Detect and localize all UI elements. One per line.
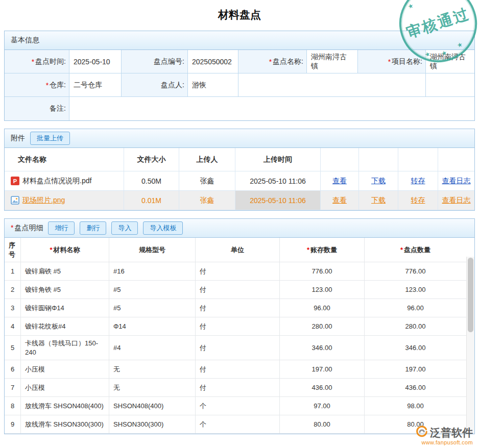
material-name-cell: 放线滑车 SHSON408(400) [21,397,109,415]
transfer-link[interactable]: 转存 [411,177,425,186]
unit-cell: 付 [196,262,280,281]
action-cell: 下载 [359,191,398,210]
count-qty-cell: 80.00 [365,415,466,434]
required-marker: * [46,81,49,89]
seq-cell: 7 [5,379,21,397]
column-header-empty [438,148,474,171]
stock-qty-cell: 197.00 [280,360,365,379]
spec-cell: SHSON300(300) [109,415,196,434]
action-cell: 转存 [398,171,438,191]
column-header-seq: 序号 [5,238,21,262]
attachments-header: 附件 批量上传 [5,129,474,148]
stock-qty-cell: 436.00 [280,379,365,397]
field-value-project-name: 湖州南浔古镇 [426,50,474,73]
column-header-file-name: 文件名称 [5,148,124,171]
basic-info-header: 基本信息 [5,31,474,50]
attachments-section: 附件 批量上传 文件名称 文件大小 上传人 上传时间 材料盘点情况说明.pdf … [4,129,475,211]
field-value-check-time: 2025-05-10 [69,50,122,73]
spec-cell: #4 [109,336,196,360]
action-cell: 转存 [398,191,438,210]
field-value-warehouse: 二号仓库 [69,73,122,97]
count-qty-cell: 280.00 [365,317,466,336]
import-button[interactable]: 导入 [111,221,138,235]
field-label-check-time: *盘点时间: [5,50,69,73]
required-marker: * [388,58,391,66]
attachments-table: 文件名称 文件大小 上传人 上传时间 材料盘点情况说明.pdf 0.50M 张鑫… [5,148,474,210]
transfer-link[interactable]: 转存 [411,196,425,205]
detail-table-wrap: 序号 *材料名称 规格型号 单位 *账存数量 *盘点数量 1 镀锌扁铁 #5 #… [5,238,474,434]
unit-cell: 付 [196,379,280,397]
file-name-link[interactable]: 现场照片.png [22,196,65,205]
material-name-cell: 小压模 [21,360,109,379]
basic-info-form: *盘点时间: 2025-05-10 盘点编号: 2025050002 *盘点名称… [5,50,474,120]
view-log-link[interactable]: 查看日志 [442,177,471,186]
column-header-stock-qty: *账存数量 [280,238,365,262]
material-name-cell: 小压模 [21,379,109,397]
field-value-check-name: 湖州南浔古镇 [307,50,358,73]
count-qty-cell: 96.00 [365,299,466,317]
column-header-material-name: *材料名称 [21,238,109,262]
action-cell: 下载 [359,171,398,191]
stock-qty-cell: 96.00 [280,299,365,317]
vertical-scrollbar[interactable] [466,257,474,434]
seq-cell: 6 [5,360,21,379]
import-template-button[interactable]: 导入模板 [143,221,183,235]
field-label-project-name: *项目名称: [358,50,426,73]
image-file-icon [11,196,19,205]
material-name-cell: 镀锌扁铁 #5 [21,262,109,281]
column-header-unit: 单位 [196,238,280,262]
file-size-cell: 0.01M [124,191,179,210]
add-row-button[interactable]: 增行 [48,221,75,235]
field-label-checker: 盘点人: [122,73,188,97]
download-link[interactable]: 下载 [371,177,386,186]
view-log-link[interactable]: 查看日志 [442,196,471,205]
file-name-cell: 材料盘点情况说明.pdf [5,171,124,191]
field-value-checker: 游恢 [188,73,238,97]
section-title: 基本信息 [11,36,39,45]
scrollbar-thumb[interactable] [468,258,473,332]
unit-cell: 个 [196,397,280,415]
spec-cell: #5 [109,281,196,299]
view-link[interactable]: 查看 [332,196,347,205]
upload-time-cell: 2025-05-10 11:06 [235,191,321,210]
count-qty-cell: 98.00 [365,397,466,415]
stock-qty-cell: 280.00 [280,317,365,336]
spec-cell: Φ14 [109,317,196,336]
spec-cell: 无 [109,379,196,397]
field-value-check-no: 2025050002 [188,50,238,73]
material-name-cell: 放线滑车 SHSON300(300) [21,415,109,434]
stock-qty-cell: 346.00 [280,336,365,360]
file-name: 材料盘点情况说明.pdf [22,177,91,186]
file-size-cell: 0.50M [124,171,179,191]
unit-cell: 付 [196,299,280,317]
unit-cell: 付 [196,281,280,299]
field-label-warehouse: *仓库: [5,73,69,97]
download-link[interactable]: 下载 [371,196,386,205]
section-title: *盘点明细 [11,223,43,233]
seq-cell: 8 [5,397,21,415]
field-label-remark: 备注: [5,97,69,120]
seq-cell: 2 [5,281,21,299]
stock-qty-cell: 97.00 [280,397,365,415]
column-header-count-qty: *盘点数量 [365,238,466,262]
spec-cell: #5 [109,299,196,317]
field-value-remark [69,97,474,120]
detail-header: *盘点明细 增行 删行 导入 导入模板 [5,219,474,238]
uploader-cell: 张鑫 [179,191,235,210]
seq-cell: 3 [5,299,21,317]
material-name-cell: 镀锌花纹板#4 [21,317,109,336]
pdf-file-icon [11,177,19,185]
seq-cell: 4 [5,317,21,336]
field-label-check-no: 盘点编号: [122,50,188,73]
count-qty-cell: 346.00 [365,336,466,360]
required-marker: * [269,58,272,66]
action-cell: 查看 [321,191,359,210]
view-link[interactable]: 查看 [332,177,347,186]
spec-cell: #16 [109,262,196,281]
brand-url: www.fanpusoft.com [416,439,473,445]
batch-upload-button[interactable]: 批量上传 [30,132,70,145]
required-marker: * [307,245,309,255]
delete-row-button[interactable]: 删行 [80,221,106,235]
seq-cell: 5 [5,336,21,360]
seq-cell: 9 [5,415,21,434]
